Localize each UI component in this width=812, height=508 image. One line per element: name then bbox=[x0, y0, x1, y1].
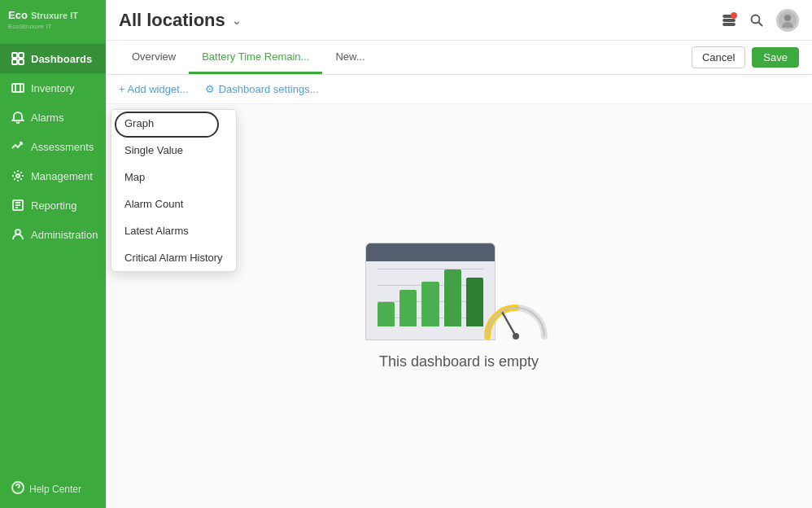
svg-point-19 bbox=[18, 491, 19, 492]
empty-illustration bbox=[365, 243, 552, 340]
dropdown-item-map[interactable]: Map bbox=[111, 164, 236, 190]
dropdown-item-latest-alarms[interactable]: Latest Alarms bbox=[111, 217, 236, 244]
dropdown-item-critical-alarm-history[interactable]: Critical Alarm History bbox=[111, 244, 236, 271]
brand-name: Eco Struxure IT EcoStruxure IT bbox=[8, 7, 89, 33]
sidebar: Eco Struxure IT EcoStruxure IT Dashboard… bbox=[0, 0, 106, 508]
bar-2 bbox=[399, 290, 417, 326]
svg-rect-7 bbox=[12, 84, 24, 92]
toolbar: + Add widget... Graph Single Value Map A… bbox=[106, 75, 812, 104]
svg-point-28 bbox=[513, 333, 519, 339]
chart-header-bar bbox=[366, 243, 495, 261]
sidebar-item-dashboards-label: Dashboards bbox=[31, 53, 92, 65]
list-icon[interactable] bbox=[721, 12, 737, 28]
sidebar-item-management[interactable]: Management bbox=[0, 161, 106, 190]
help-icon bbox=[11, 481, 24, 497]
widget-dropdown-menu: Graph Single Value Map Alarm Count Lates… bbox=[111, 109, 237, 272]
notification-dot bbox=[731, 12, 737, 19]
reporting-icon bbox=[11, 199, 24, 212]
page-title: All locations bbox=[119, 10, 225, 31]
svg-rect-5 bbox=[12, 59, 17, 64]
sidebar-item-reporting-label: Reporting bbox=[31, 199, 76, 212]
svg-rect-21 bbox=[723, 20, 735, 21]
svg-rect-4 bbox=[19, 53, 24, 58]
tabbar-right: Cancel Save bbox=[692, 46, 799, 68]
bar-1 bbox=[378, 302, 395, 326]
sidebar-item-alarms-label: Alarms bbox=[31, 112, 63, 124]
sidebar-item-inventory[interactable]: Inventory bbox=[0, 73, 106, 103]
sidebar-logo: Eco Struxure IT EcoStruxure IT bbox=[0, 0, 106, 41]
topbar: All locations ⌄ bbox=[106, 0, 812, 41]
title-chevron-icon[interactable]: ⌄ bbox=[232, 14, 242, 27]
add-widget-button[interactable]: + Add widget... bbox=[119, 83, 189, 95]
sidebar-item-assessments-label: Assessments bbox=[31, 141, 94, 153]
dropdown-item-alarm-count[interactable]: Alarm Count bbox=[111, 190, 236, 217]
cancel-button[interactable]: Cancel bbox=[692, 46, 745, 68]
svg-text:EcoStruxure IT: EcoStruxure IT bbox=[8, 23, 51, 30]
sidebar-nav: Dashboards Inventory Alarms Assessments … bbox=[0, 41, 106, 470]
svg-rect-22 bbox=[723, 24, 735, 25]
sidebar-item-management-label: Management bbox=[31, 170, 93, 182]
svg-point-12 bbox=[16, 174, 20, 177]
gauge-svg bbox=[479, 291, 552, 340]
add-widget-container: + Add widget... Graph Single Value Map A… bbox=[119, 83, 189, 95]
svg-line-27 bbox=[502, 312, 516, 336]
sidebar-item-administration[interactable]: Administration bbox=[0, 220, 106, 249]
dropdown-item-single-value[interactable]: Single Value bbox=[111, 137, 236, 164]
bar-4 bbox=[444, 269, 461, 326]
assessments-icon bbox=[11, 140, 24, 153]
svg-point-23 bbox=[752, 15, 760, 23]
topbar-right bbox=[721, 9, 799, 32]
chart-illustration bbox=[365, 243, 495, 340]
search-icon[interactable] bbox=[749, 12, 765, 28]
chart-bars bbox=[378, 269, 483, 326]
tab-battery-time[interactable]: Battery Time Remain... bbox=[189, 41, 322, 74]
sidebar-item-inventory-label: Inventory bbox=[31, 82, 74, 94]
save-button[interactable]: Save bbox=[752, 47, 799, 68]
svg-rect-6 bbox=[19, 59, 24, 64]
tabbar: Overview Battery Time Remain... New... C… bbox=[106, 41, 812, 75]
inventory-icon bbox=[11, 81, 24, 94]
gauge-illustration bbox=[479, 291, 552, 340]
main-content: All locations ⌄ bbox=[106, 0, 812, 508]
tab-overview[interactable]: Overview bbox=[119, 41, 189, 74]
svg-text:Struxure IT: Struxure IT bbox=[31, 11, 78, 20]
topbar-left: All locations ⌄ bbox=[119, 10, 242, 31]
sidebar-item-assessments[interactable]: Assessments bbox=[0, 132, 106, 161]
bar-3 bbox=[421, 282, 439, 326]
tabbar-left: Overview Battery Time Remain... New... bbox=[119, 41, 378, 74]
help-center-link[interactable]: Help Center bbox=[0, 470, 106, 508]
settings-icon: ⚙ bbox=[205, 83, 215, 95]
dropdown-item-graph[interactable]: Graph bbox=[111, 110, 236, 137]
svg-point-26 bbox=[784, 15, 791, 21]
svg-line-24 bbox=[759, 22, 763, 26]
svg-rect-3 bbox=[12, 53, 17, 58]
sidebar-item-alarms[interactable]: Alarms bbox=[0, 103, 106, 132]
tab-new[interactable]: New... bbox=[322, 41, 378, 74]
dashboard-settings-button[interactable]: ⚙ Dashboard settings... bbox=[205, 83, 319, 95]
management-icon bbox=[11, 169, 24, 182]
alarms-icon bbox=[11, 111, 24, 124]
svg-text:Eco: Eco bbox=[8, 9, 28, 21]
sidebar-item-dashboards[interactable]: Dashboards bbox=[0, 44, 106, 73]
avatar[interactable] bbox=[776, 9, 799, 32]
sidebar-item-reporting[interactable]: Reporting bbox=[0, 190, 106, 220]
sidebar-item-administration-label: Administration bbox=[31, 229, 98, 241]
help-center-label: Help Center bbox=[29, 484, 81, 495]
empty-label: This dashboard is empty bbox=[379, 353, 539, 370]
dashboards-icon bbox=[11, 52, 24, 65]
administration-icon bbox=[11, 228, 24, 241]
